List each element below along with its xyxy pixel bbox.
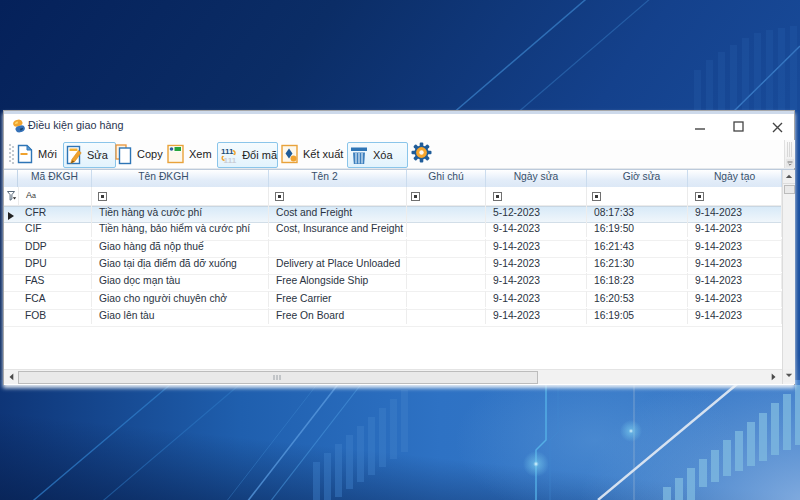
- svg-text:111: 111: [224, 156, 237, 165]
- svg-text:111: 111: [221, 146, 234, 155]
